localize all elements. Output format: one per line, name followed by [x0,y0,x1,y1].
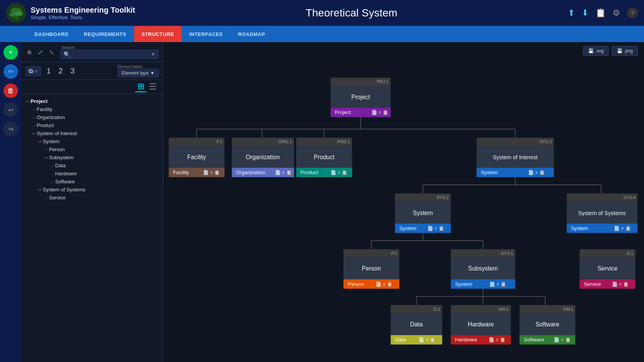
undo-button[interactable]: ↩ [3,103,18,117]
upload-icon[interactable]: ⬆ [568,8,575,18]
tree-item-subsystem[interactable]: ▭ Subsystem [21,153,163,161]
element-labels-dropdown[interactable]: Element type ▼ [118,69,159,77]
search-input[interactable] [72,52,149,57]
tree-toggle-soi[interactable]: ▭ [31,131,37,136]
nav-structure[interactable]: STRUCTURE [134,26,182,42]
node-f1[interactable]: F.1 Facility Facility 📄 ≡ 📋 [169,138,225,177]
tree-view-btn[interactable]: ⊞ [135,82,147,92]
expand-btn[interactable]: ⤢ [36,48,44,57]
tree-item-service[interactable]: Service [21,194,163,202]
export-png-btn[interactable]: 💾 .png [612,46,638,56]
svg-text:📄 ≡ 📋: 📄 ≡ 📋 [275,170,292,176]
svg-text:Service: Service [584,281,601,287]
node-sys3[interactable]: SYS.3 System of Interest System 📄 ≡ 📋 [477,138,554,177]
header: Systems Engineering Toolkit Simple. Effe… [0,0,644,26]
svg-text:📄 ≡ 📋: 📄 ≡ 📋 [489,337,506,343]
search-dropdown-icon[interactable]: ▼ [151,52,155,57]
svg-text:Organization: Organization [246,154,280,160]
svg-text:Product: Product [301,170,319,175]
svg-text:📄 ≡ 📋: 📄 ≡ 📋 [376,281,393,287]
tree-toggle-system[interactable]: ▭ [37,139,43,144]
svg-text:PRD.1: PRD.1 [337,139,350,144]
list-view-btn[interactable]: ☰ [147,82,159,92]
tree-item-data[interactable]: Data [21,161,163,170]
save-svg-icon: 💾 [588,48,594,54]
svg-text:📄 ≡ 📋: 📄 ≡ 📋 [418,337,436,343]
svg-text:ORG.1: ORG.1 [279,139,292,144]
nav-roadmap[interactable]: ROADMAP [230,26,273,42]
tree-dot-person [43,147,49,152]
svg-text:S.1: S.1 [627,251,633,256]
close-btn[interactable]: ⊗ [25,48,33,57]
tree-toggle-project[interactable]: ▭ [25,99,31,104]
node-p1[interactable]: P.1 Person Person 📄 ≡ 📋 [343,249,399,289]
tree-label-soi: System of Interest [37,130,77,136]
project-title-section: Theoretical System [135,7,568,19]
tree-item-hardware[interactable]: Hardware [21,170,163,178]
redo-button[interactable]: ↪ [3,122,18,136]
collapse-btn[interactable]: ⤡ [47,48,56,57]
node-d1[interactable]: D.1 Data Data 📄 ≡ 📋 [391,305,442,344]
tree-label-project: Project [31,98,47,104]
svg-text:📄 ≡ 📋: 📄 ≡ 📋 [330,170,348,176]
tree-item-sos[interactable]: ▭ System of Systems [21,186,163,194]
svg-text:System: System [413,210,433,216]
svg-text:SYS.1: SYS.1 [501,251,513,256]
node-hw1[interactable]: HW.1 Hardware Hardware 📄 ≡ 📋 [451,305,511,344]
tree-toggle-sos[interactable]: ▭ [37,187,43,192]
tree-item-product[interactable]: Product [21,121,163,129]
tree-label-product: Product [37,122,54,128]
svg-text:📄 ≡ 📋: 📄 ≡ 📋 [203,170,220,176]
view-toggle-bar: ⊞ ☰ [21,80,163,94]
copy-icon[interactable]: 📋 [595,8,606,18]
tree-label-organization: Organization [37,114,65,120]
node-org1[interactable]: ORG.1 Organization Organization 📄 ≡ 📋 [232,138,294,177]
app-logo [6,3,26,23]
tree-label-facility: Facility [37,106,52,112]
depth-toolbar: ⧉ ∞ 1 2 3 Element labels Element type ▼ [21,62,163,80]
delete-button[interactable]: 🗑 [3,83,18,98]
node-prj1[interactable]: PRJ.1 Project Project 📄 ≡ 📋 [330,78,391,117]
node-sw1[interactable]: SW.1 Software Software 📄 ≡ 📋 [520,305,575,344]
layers-btn[interactable]: ⧉ ∞ [25,66,41,76]
edit-button[interactable]: ✏ [3,64,18,79]
export-svg-btn[interactable]: 💾 .svg [583,46,609,56]
depth-1-btn[interactable]: 1 [44,66,53,76]
tree-item-project[interactable]: ▭ Project [21,97,163,105]
add-button[interactable]: + [3,45,18,60]
tree-item-soi[interactable]: ▭ System of Interest [21,129,163,137]
tree-item-organization[interactable]: Organization [21,113,163,121]
nav-requirements[interactable]: REQUIREMENTS [76,26,134,42]
depth-3-btn[interactable]: 3 [68,66,77,76]
nav-dashboard[interactable]: DASHBOARD [27,26,76,42]
element-labels-value: Element type [122,70,149,76]
download-icon[interactable]: ⬇ [582,8,588,18]
sidebar-icons: + ✏ 🗑 ↩ ↪ [0,42,21,362]
svg-text:SYS.4: SYS.4 [623,195,636,200]
svg-text:Software: Software [536,321,559,328]
app-subtitle: Simple. Effective. Tools. [31,15,135,20]
node-prd1[interactable]: PRD.1 Product Product 📄 ≡ 📋 [296,138,352,177]
svg-text:Project: Project [335,109,351,115]
node-s1[interactable]: S.1 Service Service 📄 ≡ 📋 [580,249,636,289]
node-sys4[interactable]: SYS.4 System of Systems System 📄 ≡ 📋 [567,194,637,233]
gear-icon[interactable]: ⚙ [613,8,620,18]
tree-dot-facility [31,107,37,112]
node-sys1[interactable]: SYS.1 Subsystem System 📄 ≡ 📋 [451,249,515,289]
tree-item-facility[interactable]: Facility [21,105,163,113]
tree-item-software[interactable]: Software [21,178,163,186]
svg-text:D.1: D.1 [433,307,440,311]
tree-label-system: System [43,139,59,144]
export-buttons: 💾 .svg 💾 .png [583,46,638,56]
tree-dot-hardware [49,171,55,176]
tree-item-person[interactable]: Person [21,145,163,153]
help-icon[interactable]: ? [627,8,638,18]
node-sys2[interactable]: SYS.2 System System 📄 ≡ 📋 [395,194,451,233]
tree-dot-software [49,179,55,184]
svg-text:System: System [571,225,588,231]
tree-item-system[interactable]: ▭ System [21,137,163,145]
tree-toggle-subsystem[interactable]: ▭ [43,155,49,160]
nav-interfaces[interactable]: INTERFACES [181,26,230,42]
depth-2-btn[interactable]: 2 [56,66,65,76]
svg-text:Project: Project [351,94,370,100]
